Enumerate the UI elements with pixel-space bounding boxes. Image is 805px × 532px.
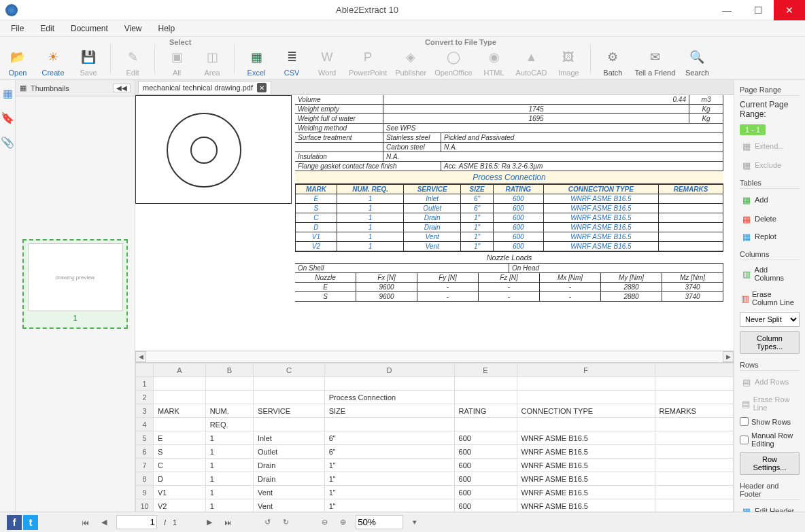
save-button[interactable]: 💾Save bbox=[71, 37, 106, 79]
sun-icon: ☀ bbox=[44, 48, 62, 66]
image-icon: 🖼 bbox=[560, 48, 577, 66]
edit-button[interactable]: ✎Edit bbox=[115, 37, 150, 79]
area-icon: ◫ bbox=[203, 48, 221, 66]
convert-ppt-button[interactable]: PPowerPoint bbox=[345, 37, 391, 79]
prev-page-button[interactable]: ◀ bbox=[99, 516, 109, 528]
csv-icon: ≣ bbox=[283, 48, 301, 66]
tables-title: Tables bbox=[740, 179, 800, 189]
zoom-dropdown-button[interactable]: ▾ bbox=[410, 516, 419, 528]
columns-title: Columns bbox=[740, 250, 800, 260]
powerpoint-icon: P bbox=[359, 48, 377, 66]
edit-header-button[interactable]: ▦Edit Header bbox=[740, 504, 795, 512]
process-connection-header: Process Connection bbox=[295, 171, 723, 184]
horizontal-scrollbar[interactable]: ◀▶ bbox=[135, 351, 734, 362]
page-input[interactable] bbox=[116, 515, 157, 529]
thumbnails-panel: ▦ Thumbnails ◀◀ drawing preview 1 bbox=[16, 80, 135, 512]
first-page-button[interactable]: ⏮ bbox=[79, 517, 92, 528]
next-page-button[interactable]: ▶ bbox=[204, 516, 215, 528]
close-tab-button[interactable]: ✕ bbox=[257, 83, 267, 92]
convert-word-button[interactable]: WWord bbox=[309, 37, 345, 79]
search-button[interactable]: 🔍Search bbox=[679, 37, 715, 79]
current-page-range-label: Current Page Range: bbox=[740, 100, 800, 119]
attachment-icon[interactable]: 📎 bbox=[0, 135, 15, 149]
extend-range-button[interactable]: ▦Extend... bbox=[740, 139, 785, 153]
menu-bar: File Edit Document View Help bbox=[0, 20, 805, 37]
app-title: Able2Extract 10 bbox=[23, 5, 711, 15]
last-page-button[interactable]: ⏭ bbox=[222, 517, 235, 528]
convert-excel-button[interactable]: ▦Excel bbox=[239, 37, 274, 79]
convert-image-button[interactable]: 🖼Image bbox=[551, 37, 586, 79]
open-button[interactable]: 📂Open bbox=[0, 37, 35, 79]
thumbnails-view-icon[interactable]: ▦ bbox=[0, 86, 15, 101]
rows-title: Rows bbox=[740, 361, 800, 371]
openoffice-icon: ◯ bbox=[445, 48, 462, 66]
publisher-icon: ◈ bbox=[402, 48, 419, 66]
process-connection-table: MARK NUM. REQ. SERVICE SIZE RATING CONNE… bbox=[295, 184, 723, 251]
thumbnails-title: Thumbnails bbox=[31, 84, 69, 92]
title-bar: Able2Extract 10 — ☐ ✕ bbox=[0, 0, 805, 20]
column-types-button[interactable]: Column Types... bbox=[740, 331, 800, 354]
zoom-input[interactable] bbox=[356, 515, 403, 529]
pdf-viewport[interactable]: Volume0.44m3 Weight empty1745Kg Weight f… bbox=[135, 95, 734, 351]
word-icon: W bbox=[318, 48, 336, 66]
mechanical-drawing bbox=[135, 95, 292, 204]
document-tab-label: mechanical technical drawing.pdf bbox=[143, 84, 253, 92]
show-rows-checkbox[interactable]: Show Rows bbox=[740, 417, 791, 426]
document-tab[interactable]: mechanical technical drawing.pdf ✕ bbox=[138, 81, 271, 94]
add-columns-button[interactable]: ▥Add Columns bbox=[740, 264, 800, 283]
thumbnails-icon: ▦ bbox=[20, 84, 27, 92]
zoom-in-button[interactable]: ⊕ bbox=[337, 516, 349, 528]
create-button[interactable]: ☀Create bbox=[35, 37, 71, 79]
row-settings-button[interactable]: Row Settings... bbox=[740, 452, 800, 475]
split-select[interactable]: Never Split bbox=[740, 312, 800, 327]
group-label-convert: Convert to File Type bbox=[425, 38, 496, 46]
tell-friend-button[interactable]: ✉Tell a Friend bbox=[630, 37, 679, 79]
app-icon bbox=[5, 4, 18, 16]
exclude-range-button[interactable]: ▦Exclude bbox=[740, 158, 783, 172]
window-close-button[interactable]: ✕ bbox=[774, 0, 805, 20]
convert-csv-button[interactable]: ≣CSV bbox=[274, 37, 309, 79]
rotate-cw-button[interactable]: ↻ bbox=[280, 516, 292, 528]
zoom-out-button[interactable]: ⊖ bbox=[319, 516, 330, 528]
collapse-panel-button[interactable]: ◀◀ bbox=[113, 84, 131, 92]
pencil-icon: ✎ bbox=[124, 48, 141, 66]
rotate-ccw-button[interactable]: ↺ bbox=[262, 516, 273, 528]
window-maximize-button[interactable]: ☐ bbox=[742, 0, 774, 20]
save-icon: 💾 bbox=[80, 48, 97, 66]
menu-document[interactable]: Document bbox=[64, 22, 115, 35]
group-label-select: Select bbox=[169, 38, 191, 46]
select-area-button[interactable]: ◫Area bbox=[194, 37, 230, 79]
convert-autocad-button[interactable]: ▲AutoCAD bbox=[512, 37, 551, 79]
menu-edit[interactable]: Edit bbox=[33, 22, 61, 35]
facebook-button[interactable]: f bbox=[7, 515, 22, 530]
delete-table-button[interactable]: ▦Delete bbox=[740, 212, 778, 226]
header-footer-title: Header and Footer bbox=[740, 482, 800, 500]
thumbnail-page-1[interactable]: drawing preview 1 bbox=[22, 239, 128, 329]
settings-panel: Page Range Current Page Range: 1 - 1 ▦Ex… bbox=[734, 80, 805, 512]
autocad-icon: ▲ bbox=[523, 48, 541, 66]
manual-row-checkbox[interactable]: Manual Row Editing bbox=[740, 431, 800, 448]
thumbnail-number: 1 bbox=[73, 311, 77, 325]
page-total: 1 bbox=[173, 518, 177, 527]
erase-row-button[interactable]: ▤Erase Row Line bbox=[740, 394, 800, 413]
replot-button[interactable]: ▦Replot bbox=[740, 230, 778, 243]
envelope-icon: ✉ bbox=[646, 48, 664, 66]
twitter-button[interactable]: t bbox=[23, 515, 38, 530]
menu-view[interactable]: View bbox=[118, 22, 149, 35]
menu-help[interactable]: Help bbox=[152, 22, 182, 35]
add-rows-button[interactable]: ▤Add Rows bbox=[740, 375, 790, 389]
bookmark-icon[interactable]: 🔖 bbox=[0, 110, 15, 125]
left-sidebar: ▦ 🔖 📎 bbox=[0, 80, 16, 512]
spreadsheet-preview[interactable]: ABCDEF 1 2Process Connection 3MARKNUM.SE… bbox=[135, 362, 734, 512]
add-table-button[interactable]: ▦Add bbox=[740, 193, 770, 207]
batch-button[interactable]: ⚙Batch bbox=[595, 37, 630, 79]
folder-open-icon: 📂 bbox=[9, 48, 27, 66]
gear-icon: ⚙ bbox=[604, 48, 621, 66]
menu-file[interactable]: File bbox=[4, 22, 31, 35]
erase-column-button[interactable]: ▥Erase Column Line bbox=[740, 289, 800, 308]
cursor-icon: ▣ bbox=[168, 48, 186, 66]
toolbar: Select Convert to File Type 📂Open ☀Creat… bbox=[0, 37, 805, 80]
status-bar: f t ⏮ ◀ / 1 ▶ ⏭ ↺ ↻ ⊖ ⊕ ▾ bbox=[0, 512, 805, 532]
binoculars-icon: 🔍 bbox=[688, 48, 706, 66]
window-minimize-button[interactable]: — bbox=[711, 0, 742, 20]
